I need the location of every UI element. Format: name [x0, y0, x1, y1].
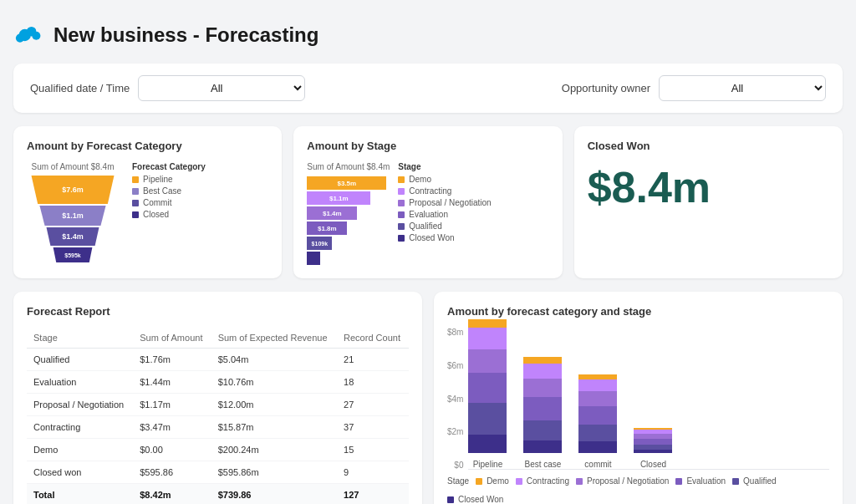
closed-won-title: Closed Won [588, 140, 829, 152]
owner-filter-select[interactable]: All [659, 75, 826, 101]
cell-amount-5: $595.86 [133, 461, 211, 484]
pipeline-proposal-seg [468, 349, 507, 373]
cell-expected-1: $10.76m [211, 371, 337, 394]
y-8m: $8m [447, 328, 463, 337]
page-wrapper: New business - Forecasting Qualified dat… [13, 13, 843, 504]
closedwon-label: Closed Won [409, 233, 454, 242]
col-expected: Sum of Expected Revenue [211, 328, 337, 349]
stage-card-title: Amount by Stage [307, 140, 548, 152]
bestcase-x-label: Best case [524, 460, 561, 469]
funnel-seg-0: $7.6m [27, 176, 119, 204]
closed-dot [132, 211, 139, 218]
filter-bar: Qualified date / Time All Opportunity ow… [13, 64, 843, 113]
proposal-label: Proposal / Negotiation [409, 198, 491, 207]
stage-legend: Stage Demo Contracting Proposal / Negoti… [398, 162, 491, 245]
table-row: Total$8.42m$739.86127 [27, 484, 409, 505]
chart-contracting-dot [516, 478, 522, 485]
cell-expected-2: $12.00m [211, 394, 337, 416]
legend-commit: Commit [132, 198, 206, 207]
stage-legend-demo: Demo [398, 175, 491, 184]
evaluation-label: Evaluation [409, 210, 448, 219]
chart-legend-qualified: Qualified [732, 476, 776, 486]
col-stage: Stage [27, 328, 133, 349]
cell-stage-0: Qualified [27, 349, 133, 371]
bar-chart-card: Amount by forecast category and stage $8… [434, 292, 843, 504]
closed-label: Closed [143, 210, 169, 219]
chart-legend-stage-label: Stage [447, 476, 469, 488]
table-row: Demo$0.00$200.24m15 [27, 439, 409, 461]
qualified-dot [398, 223, 405, 230]
commit-x-label: commit [584, 460, 611, 469]
commit-qual-seg [578, 425, 617, 441]
cell-stage-2: Proposal / Negotiation [27, 394, 133, 416]
legend-pipeline: Pipeline [132, 175, 206, 184]
demo-dot [398, 176, 405, 183]
stage-legend-closedwon: Closed Won [398, 233, 491, 242]
chart-legend-evaluation: Evaluation [675, 476, 726, 486]
cell-count-4: 15 [337, 439, 409, 461]
cell-expected-0: $5.04m [211, 349, 337, 371]
legend-closed: Closed [132, 210, 206, 219]
cell-expected-4: $200.24m [211, 439, 337, 461]
commit-eval-seg [578, 406, 617, 425]
commit-contracting-seg [578, 379, 617, 391]
stage-legend-title: Stage [398, 162, 491, 171]
chart-demo-dot [476, 478, 482, 485]
chart-proposal-dot [576, 478, 583, 485]
bar-pipeline: Pipeline [468, 319, 507, 469]
stage-bar-5 [307, 252, 390, 265]
cell-count-1: 18 [337, 371, 409, 394]
cell-expected-3: $15.87m [211, 416, 337, 439]
commit-proposal-seg [578, 391, 617, 406]
pipeline-contracting-seg [468, 328, 507, 349]
svg-point-3 [16, 34, 24, 43]
y-2m: $2m [447, 427, 463, 436]
legend-bestcase: Best Case [132, 186, 206, 196]
proposal-dot [398, 200, 405, 206]
bar-chart-title: Amount by forecast category and stage [447, 305, 829, 318]
date-filter-select[interactable]: All [138, 75, 305, 101]
stage-bar-2: $1.4m [307, 206, 390, 220]
chart-legend-closedwon: Closed Won [447, 495, 503, 504]
bar-bestcase: Best case [523, 357, 562, 469]
bars-container: Pipeline Best case [468, 328, 829, 470]
contracting-dot [398, 188, 405, 195]
chart-legend-proposal: Proposal / Negotiation [576, 476, 669, 486]
stage-chart-container: Sum of Amount $8.4m $3.5m $1.1m $1.4m $1… [307, 162, 548, 265]
pipeline-eval-seg [468, 373, 507, 403]
cell-stage-1: Evaluation [27, 371, 133, 394]
pipeline-dot [132, 176, 139, 183]
chart-legend-contracting: Contracting [516, 476, 569, 486]
funnel-seg-3: $595k [51, 247, 94, 262]
pipeline-qual-seg [468, 403, 507, 435]
svg-point-2 [32, 32, 40, 40]
commit-closed-seg [578, 441, 617, 453]
forecast-report-title: Forecast Report [27, 305, 409, 318]
bestcase-qual-seg [523, 420, 562, 440]
y-4m: $4m [447, 395, 463, 404]
cell-amount-2: $1.17m [133, 394, 211, 416]
chart-eval-dot [675, 478, 682, 485]
funnel-container: Sum of Amount $8.4m $7.6m $1.1m $1.4m $5… [27, 162, 268, 263]
table-row: Closed won$595.86$595.86m9 [27, 461, 409, 484]
cell-count-6: 127 [337, 484, 409, 505]
page-title: New business - Forecasting [54, 23, 318, 47]
closedwon-dot [398, 235, 405, 242]
cell-stage-6: Total [27, 484, 133, 505]
forecast-report-card: Forecast Report Stage Sum of Amount Sum … [13, 292, 422, 504]
closed-x-label: Closed [640, 460, 666, 469]
cell-count-2: 27 [337, 394, 409, 416]
chart-legend: Stage Demo Contracting Proposal / Negoti… [447, 476, 829, 504]
evaluation-dot [398, 211, 405, 218]
funnel-legend: Forecast Category Pipeline Best Case Com… [132, 162, 206, 221]
col-amount: Sum of Amount [133, 328, 211, 349]
funnel-sum-label: Sum of Amount $8.4m [32, 162, 115, 171]
bestcase-dot [132, 188, 139, 195]
header: New business - Forecasting [13, 13, 843, 64]
bestcase-demo-seg [523, 357, 562, 364]
stage-card: Amount by Stage Sum of Amount $8.4m $3.5… [293, 126, 562, 278]
stage-legend-contracting: Contracting [398, 186, 491, 196]
cell-count-3: 37 [337, 416, 409, 439]
closed-won-card: Closed Won $8.4m [574, 126, 843, 278]
cell-stage-4: Demo [27, 439, 133, 461]
